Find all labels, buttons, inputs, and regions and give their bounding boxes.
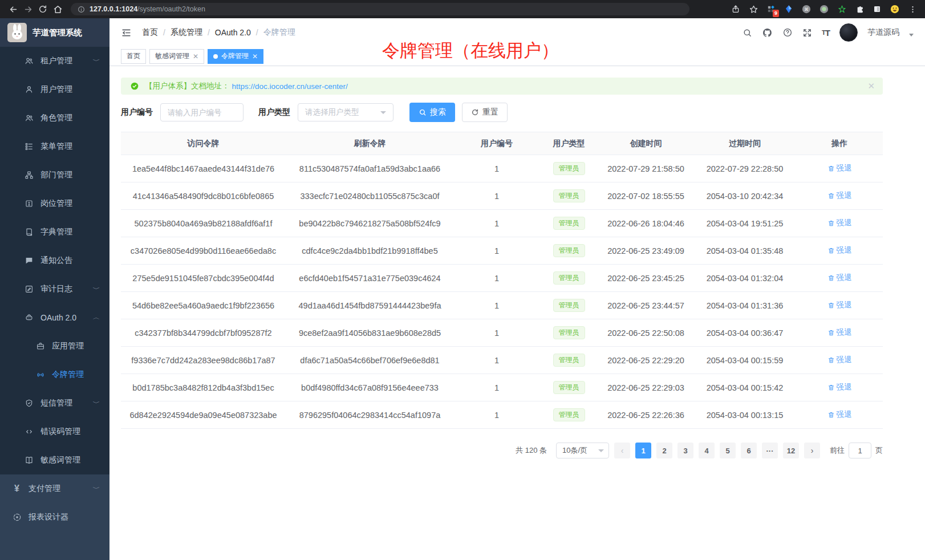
force-logout-button[interactable]: 强退 bbox=[827, 190, 852, 201]
user-menu-caret-icon[interactable] bbox=[909, 34, 914, 36]
sidebar-item-岗位管理[interactable]: 岗位管理 bbox=[0, 189, 109, 218]
tab-首页[interactable]: 首页 bbox=[121, 49, 146, 64]
tab-敏感词管理[interactable]: 敏感词管理✕ bbox=[149, 49, 204, 64]
kite-extension-icon[interactable] bbox=[782, 2, 796, 16]
app-logo[interactable]: 芋道管理系统 bbox=[0, 18, 109, 47]
page-ellipsis[interactable]: ··· bbox=[762, 443, 778, 458]
extension-grid-icon[interactable]: 9 bbox=[764, 2, 778, 16]
sidebar-item-敏感词管理[interactable]: 敏感词管理 bbox=[0, 446, 109, 474]
collapse-menu-icon[interactable] bbox=[121, 27, 132, 38]
sidebar-item-角色管理[interactable]: 角色管理 bbox=[0, 104, 109, 132]
search-icon[interactable] bbox=[743, 28, 752, 38]
sidebar-item-错误码管理[interactable]: 错误码管理 bbox=[0, 417, 109, 446]
sidebar-item-令牌管理[interactable]: 令牌管理 bbox=[0, 360, 109, 389]
sidebar-item-支付管理[interactable]: ¥ 支付管理﹀ bbox=[0, 474, 109, 503]
emoji-extension-icon[interactable] bbox=[888, 2, 902, 16]
page-button-3[interactable]: 3 bbox=[677, 443, 693, 458]
force-logout-button[interactable]: 强退 bbox=[827, 245, 852, 255]
force-logout-button[interactable]: 强退 bbox=[827, 382, 852, 392]
sidebar-item-短信管理[interactable]: 短信管理﹀ bbox=[0, 389, 109, 417]
force-logout-button[interactable]: 强退 bbox=[827, 300, 852, 310]
create-time-cell: 2022-06-26 18:04:46 bbox=[598, 210, 693, 237]
alert-close-icon[interactable]: ✕ bbox=[867, 81, 875, 91]
sidebar-item-用户管理[interactable]: 用户管理 bbox=[0, 75, 109, 104]
search-button[interactable]: 搜索 bbox=[409, 103, 455, 122]
font-size-icon[interactable]: TT bbox=[822, 28, 830, 38]
action-cell: 强退 bbox=[796, 182, 883, 210]
access-token-cell: 1ea5e44f8bc1467aaede43144f31de76 bbox=[121, 155, 286, 182]
fullscreen-icon[interactable] bbox=[802, 28, 812, 38]
force-logout-button[interactable]: 强退 bbox=[827, 273, 852, 283]
sidebar-item-label: 审计日志 bbox=[40, 284, 72, 294]
bookmark-star-icon[interactable] bbox=[747, 2, 760, 16]
github-icon[interactable] bbox=[762, 27, 773, 38]
page-button-1[interactable]: 1 bbox=[635, 443, 651, 458]
app-header: 首页/系统管理/OAuth 2.0/令牌管理 TT 芋道源码 bbox=[109, 18, 925, 47]
back-icon[interactable] bbox=[6, 2, 21, 17]
page-button-5[interactable]: 5 bbox=[720, 443, 736, 458]
page-button-4[interactable]: 4 bbox=[699, 443, 715, 458]
force-logout-button[interactable]: 强退 bbox=[827, 327, 852, 338]
expire-time-cell: 2054-03-04 01:35:48 bbox=[693, 237, 796, 265]
sidebar-menu: 租户管理﹀ 用户管理 角色管理 菜单管理 部门管理 岗位管理 字典管理 通知公告… bbox=[0, 47, 109, 474]
user-avatar[interactable] bbox=[839, 23, 858, 42]
page-size-select[interactable]: 10条/页 bbox=[556, 443, 609, 458]
sidebar-item-审计日志[interactable]: 审计日志﹀ bbox=[0, 275, 109, 303]
sidebar-item-租户管理[interactable]: 租户管理﹀ bbox=[0, 47, 109, 75]
expire-time-cell: 2054-03-04 00:15:42 bbox=[693, 374, 796, 401]
site-info-icon[interactable] bbox=[78, 6, 85, 13]
user-type-placeholder: 请选择用户类型 bbox=[305, 107, 359, 117]
force-logout-button[interactable]: 强退 bbox=[827, 163, 852, 173]
page-button-2[interactable]: 2 bbox=[656, 443, 672, 458]
share-icon[interactable] bbox=[729, 2, 743, 16]
sidebar-item-部门管理[interactable]: 部门管理 bbox=[0, 161, 109, 189]
tab-令牌管理[interactable]: 令牌管理✕ bbox=[208, 49, 263, 64]
puzzle-extension-icon[interactable] bbox=[853, 2, 866, 16]
force-logout-button[interactable]: 强退 bbox=[827, 218, 852, 228]
tab-bar: 首页敏感词管理✕令牌管理✕ bbox=[109, 47, 925, 66]
record-extension-icon[interactable] bbox=[817, 2, 831, 16]
page-button-6[interactable]: 6 bbox=[741, 443, 757, 458]
home-icon[interactable] bbox=[50, 2, 65, 17]
refresh-token-cell: cdfc4ce9c2da4bb1bdf21b9918ff4be5 bbox=[286, 237, 454, 265]
browser-menu-icon[interactable] bbox=[906, 2, 919, 16]
breadcrumb-item[interactable]: OAuth 2.0 bbox=[215, 28, 251, 37]
user-type-label: 用户类型 bbox=[258, 107, 290, 117]
sidebar-item-应用管理[interactable]: 应用管理 bbox=[0, 332, 109, 360]
sidebar-item-菜单管理[interactable]: 菜单管理 bbox=[0, 132, 109, 161]
access-token-cell: c347026e805e4d99b0d116eae66eda8c bbox=[121, 237, 286, 265]
force-logout-button[interactable]: 强退 bbox=[827, 409, 852, 420]
url-bar[interactable]: 127.0.0.1:1024/system/oauth2/token bbox=[71, 3, 689, 15]
user-type-badge: 管理员 bbox=[553, 354, 585, 366]
reading-mode-icon[interactable] bbox=[870, 2, 884, 16]
table-header-row: 访问令牌刷新令牌用户编号用户类型创建时间过期时间操作 bbox=[121, 132, 883, 155]
alert-doc-link[interactable]: https://doc.iocoder.cn/user-center/ bbox=[232, 82, 348, 91]
sidebar-item-报表设计器[interactable]: 报表设计器 bbox=[0, 503, 109, 531]
force-logout-button[interactable]: 强退 bbox=[827, 355, 852, 365]
help-icon[interactable] bbox=[782, 27, 793, 38]
breadcrumb-item[interactable]: 系统管理 bbox=[171, 27, 202, 38]
reload-icon[interactable] bbox=[35, 2, 50, 17]
goto-page-input[interactable] bbox=[849, 443, 871, 458]
sidebar-item-OAuth 2.0[interactable]: OAuth 2.0︿ bbox=[0, 303, 109, 332]
user-type-select[interactable]: 请选择用户类型 bbox=[298, 103, 393, 121]
user-type-cell: 管理员 bbox=[539, 292, 598, 319]
sidebar-item-字典管理[interactable]: 字典管理 bbox=[0, 218, 109, 246]
user-id-input[interactable] bbox=[168, 108, 236, 117]
expire-time-cell: 2022-07-29 22:28:50 bbox=[693, 155, 796, 182]
green-star-extension-icon[interactable] bbox=[835, 2, 849, 16]
forward-icon[interactable] bbox=[21, 2, 35, 17]
breadcrumb-item[interactable]: 首页 bbox=[142, 27, 158, 38]
user-type-cell: 管理员 bbox=[539, 347, 598, 374]
tab-close-icon[interactable]: ✕ bbox=[252, 52, 258, 60]
column-header: 用户类型 bbox=[539, 132, 598, 155]
sidebar-item-通知公告[interactable]: 通知公告 bbox=[0, 246, 109, 275]
reset-button[interactable]: 重置 bbox=[462, 103, 508, 122]
tab-close-icon[interactable]: ✕ bbox=[193, 52, 198, 60]
command-extension-icon[interactable]: ⌘ bbox=[800, 2, 813, 16]
prev-page-button[interactable]: ‹ bbox=[614, 443, 630, 458]
sidebar-item-label: 支付管理 bbox=[29, 484, 60, 494]
filter-bar: 用户编号 用户类型 请选择用户类型 搜索 重置 bbox=[121, 103, 883, 122]
page-button-12[interactable]: 12 bbox=[783, 443, 799, 458]
next-page-button[interactable]: › bbox=[804, 443, 820, 458]
